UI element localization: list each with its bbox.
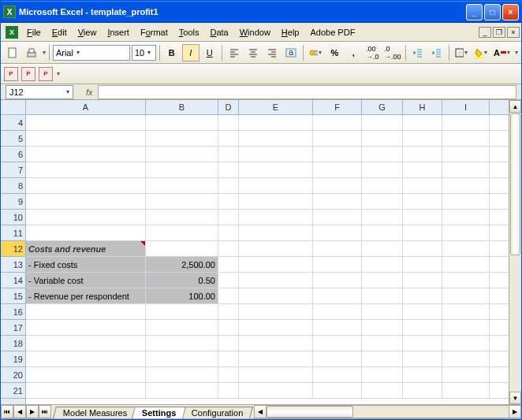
- sheet-tab[interactable]: Model Measures: [53, 407, 137, 418]
- cell[interactable]: [26, 351, 146, 366]
- cell[interactable]: [362, 194, 403, 209]
- row-header[interactable]: 19: [1, 351, 25, 367]
- cell[interactable]: [362, 147, 403, 162]
- align-right-button[interactable]: [263, 44, 281, 61]
- cell-label[interactable]: - Fixed costs: [26, 257, 146, 272]
- cell[interactable]: [218, 131, 239, 146]
- cell[interactable]: [26, 320, 146, 335]
- cell[interactable]: [218, 241, 239, 256]
- fill-color-button[interactable]: ▾: [472, 44, 490, 61]
- cell[interactable]: [362, 131, 403, 146]
- menu-window[interactable]: Window: [234, 25, 276, 39]
- row-header[interactable]: 13: [1, 257, 25, 273]
- sheet-tab[interactable]: Configuration: [181, 407, 253, 418]
- cell[interactable]: [26, 162, 146, 177]
- col-header[interactable]: E: [239, 100, 313, 114]
- cell[interactable]: [146, 336, 218, 351]
- minimize-button[interactable]: _: [466, 4, 483, 20]
- cell[interactable]: [403, 162, 442, 177]
- cell[interactable]: [146, 320, 218, 335]
- cell[interactable]: [362, 210, 403, 225]
- cell[interactable]: [239, 225, 313, 240]
- cell[interactable]: [313, 351, 362, 366]
- cell[interactable]: [362, 162, 403, 177]
- menu-edit[interactable]: Edit: [47, 25, 73, 39]
- row-header[interactable]: 10: [1, 210, 25, 225]
- cell[interactable]: [146, 147, 218, 162]
- cell[interactable]: [313, 241, 362, 256]
- decrease-indent-button[interactable]: [409, 44, 427, 61]
- cell[interactable]: [26, 225, 146, 240]
- maximize-button[interactable]: □: [484, 4, 501, 20]
- menu-help[interactable]: Help: [276, 25, 305, 39]
- doc-close-button[interactable]: ×: [507, 27, 520, 38]
- doc-restore-button[interactable]: ❐: [493, 27, 505, 38]
- merge-center-button[interactable]: a: [282, 44, 300, 61]
- cell[interactable]: [146, 351, 218, 366]
- cell[interactable]: [313, 131, 362, 146]
- row-header[interactable]: 15: [1, 288, 25, 304]
- cell[interactable]: [403, 241, 442, 256]
- row-header[interactable]: 16: [1, 304, 25, 320]
- cell[interactable]: [403, 273, 442, 288]
- cell[interactable]: [239, 131, 313, 146]
- row-header[interactable]: 14: [1, 273, 25, 288]
- cell[interactable]: [146, 225, 218, 240]
- cell[interactable]: [146, 383, 218, 398]
- cell[interactable]: [26, 115, 146, 130]
- cell[interactable]: [146, 131, 218, 146]
- cell[interactable]: [239, 147, 313, 162]
- cell[interactable]: [218, 115, 239, 130]
- cell-label[interactable]: - Revenue per respondent: [26, 288, 146, 303]
- cell[interactable]: [146, 162, 218, 177]
- cell[interactable]: [239, 367, 313, 382]
- vertical-scrollbar[interactable]: ▲ ▼: [509, 100, 521, 404]
- cell[interactable]: [239, 257, 313, 272]
- cell[interactable]: [403, 225, 442, 240]
- cell[interactable]: [442, 351, 490, 366]
- cell[interactable]: [239, 194, 313, 209]
- cell[interactable]: [313, 210, 362, 225]
- align-left-button[interactable]: [226, 44, 243, 61]
- toolbar-overflow-2-icon[interactable]: ▾: [515, 49, 518, 56]
- cell[interactable]: [218, 320, 239, 335]
- cell[interactable]: [146, 304, 218, 319]
- cell[interactable]: [313, 194, 362, 209]
- scroll-down-button[interactable]: ▼: [509, 392, 521, 404]
- col-header[interactable]: A: [26, 100, 146, 114]
- cell[interactable]: [239, 115, 313, 130]
- cell[interactable]: [362, 304, 403, 319]
- cell[interactable]: [218, 225, 239, 240]
- cell[interactable]: [403, 178, 442, 193]
- cell[interactable]: [26, 147, 146, 162]
- cell[interactable]: [146, 115, 218, 130]
- cell[interactable]: [26, 367, 146, 382]
- doc-minimize-button[interactable]: _: [479, 27, 491, 38]
- cell[interactable]: [403, 351, 442, 366]
- sheet-tab[interactable]: Settings: [132, 407, 186, 418]
- row-header[interactable]: 12: [1, 241, 25, 257]
- currency-button[interactable]: ▾: [307, 44, 325, 61]
- cell[interactable]: [442, 320, 490, 335]
- print-button[interactable]: [23, 44, 40, 61]
- cell[interactable]: [218, 383, 239, 398]
- cell[interactable]: [403, 210, 442, 225]
- font-size-dropdown[interactable]: 10▾: [132, 45, 156, 61]
- tab-last-button[interactable]: ⏭: [39, 405, 51, 418]
- col-header[interactable]: H: [403, 100, 442, 114]
- cell[interactable]: [218, 367, 239, 382]
- cell[interactable]: [146, 178, 218, 193]
- font-color-button[interactable]: A▾: [491, 44, 513, 61]
- cell[interactable]: [362, 257, 403, 272]
- fx-icon[interactable]: fx: [81, 87, 98, 97]
- cell[interactable]: [442, 241, 490, 256]
- cell[interactable]: [26, 210, 146, 225]
- cell[interactable]: [239, 241, 313, 256]
- decrease-decimal-button[interactable]: .0→.00: [382, 44, 402, 61]
- row-header[interactable]: 18: [1, 336, 25, 351]
- toolbar-overflow-icon[interactable]: ▾: [43, 49, 46, 56]
- cell[interactable]: [313, 367, 362, 382]
- cell[interactable]: [313, 304, 362, 319]
- cell[interactable]: [442, 304, 490, 319]
- cell[interactable]: [218, 147, 239, 162]
